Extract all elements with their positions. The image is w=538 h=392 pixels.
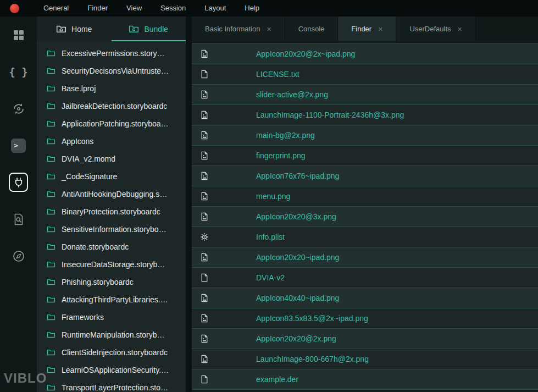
tree-folder-item[interactable]: Phishing.storyboardc — [37, 273, 186, 291]
tree-folder-item[interactable]: AttackingThirdPartyLibraries.… — [37, 291, 186, 308]
file-row[interactable]: AppIcon20x20@2x.png — [192, 328, 538, 349]
finder-rail-item-active[interactable] — [0, 164, 37, 201]
menu-general[interactable]: General — [34, 0, 78, 16]
tree-folder-item[interactable]: DVIA_v2.momd — [37, 150, 186, 168]
file-name: LaunchImage-1100-Portrait-2436h@3x.png — [256, 111, 404, 119]
file-row[interactable]: AppIcon20x20@3x.png — [192, 206, 538, 227]
file-name: slider-active@2x.png — [256, 90, 328, 99]
file-row[interactable]: menu.png — [192, 186, 538, 206]
tree-folder-item[interactable]: SensitiveInformation.storybo… — [37, 220, 186, 238]
file-row[interactable]: AppIcon40x40~ipad.png — [192, 288, 538, 308]
tab-home[interactable]: Home — [37, 16, 112, 41]
file-row[interactable]: AppIcon83.5x83.5@2x~ipad.png — [192, 308, 538, 328]
tab-finder[interactable]: Finder × — [338, 16, 396, 41]
braces-icon[interactable]: { } — [0, 53, 37, 90]
folder-icon — [47, 137, 56, 146]
close-icon[interactable]: × — [267, 25, 271, 33]
tree-folder-item[interactable]: LearniOSApplicationSecurity.… — [37, 361, 186, 379]
menu-help[interactable]: Help — [235, 0, 269, 16]
tree-folder-item[interactable]: InsecureDataStorage.storyb… — [37, 256, 186, 273]
folder-name: Base.lproj — [62, 84, 96, 93]
folder-icon — [47, 154, 56, 163]
close-icon[interactable]: × — [458, 25, 462, 33]
tree-tabs: Home Bundle — [37, 16, 186, 41]
sync-gear-icon[interactable] — [0, 90, 37, 127]
file-list: AppIcon20x20@2x~ipad.png LICENSE.txt sli… — [192, 41, 538, 390]
file-row[interactable]: AppIcon20x20@2x~ipad.png — [192, 43, 538, 64]
tree-folder-item[interactable]: Base.lproj — [37, 80, 186, 97]
menu-layout[interactable]: Layout — [195, 0, 235, 16]
tree-folder-item[interactable]: JailbreakDetection.storyboardc — [37, 97, 186, 115]
tree-folder-item[interactable]: ExcessivePermissions.story… — [37, 45, 186, 62]
tab-home-label: Home — [71, 25, 92, 34]
file-row[interactable]: AppIcon20x20~ipad.png — [192, 247, 538, 267]
folder-icon — [47, 348, 56, 357]
tab-label: Finder — [351, 25, 371, 33]
menu-view[interactable]: View — [117, 0, 151, 16]
file-row[interactable]: DVIA-v2 — [192, 267, 538, 288]
tab-label: Basic Information — [205, 25, 260, 33]
file-row[interactable]: LICENSE.txt — [192, 64, 538, 84]
menu-finder[interactable]: Finder — [78, 0, 117, 16]
tree-folder-item[interactable]: ApplicationPatching.storyboa… — [37, 115, 186, 132]
file-name: AppIcon20x20@2x~ipad.png — [256, 49, 355, 58]
file-row[interactable]: Info.plist — [192, 227, 538, 247]
tree-folder-item[interactable]: RuntimeManipulation.storyb… — [37, 326, 186, 344]
folder-name: InsecureDataStorage.storyb… — [62, 260, 165, 269]
file-name: AppIcon20x20~ipad.png — [256, 253, 339, 262]
dashboard-icon[interactable] — [0, 16, 37, 53]
file-row[interactable]: main-bg@2x.png — [192, 125, 538, 145]
file-icon — [200, 70, 209, 79]
panel-scrollbar-track[interactable] — [186, 16, 192, 392]
tree-folder-item[interactable]: SecurityDecisonsViaUntruste… — [37, 62, 186, 80]
folder-name: ApplicationPatching.storyboa… — [62, 119, 169, 128]
file-name: LaunchImage-800-667h@2x.png — [256, 355, 369, 363]
folder-icon — [47, 102, 56, 111]
folder-name: BinaryProtection.storyboardc — [62, 207, 160, 216]
folder-icon — [47, 207, 56, 216]
menu-items: General Finder View Session Layout Help — [34, 0, 269, 16]
folder-name: _CodeSignature — [62, 172, 117, 181]
folder-list: ExcessivePermissions.story… SecurityDeci… — [37, 41, 186, 392]
tree-folder-item[interactable]: TransportLayerProtection.sto… — [37, 379, 186, 392]
file-row[interactable]: slider-active@2x.png — [192, 84, 538, 104]
terminal-icon[interactable]: > — [0, 127, 37, 164]
app-logo-icon[interactable] — [10, 4, 19, 13]
tree-folder-item[interactable]: ClientSideInjection.storyboardc — [37, 344, 186, 361]
file-row[interactable]: LaunchImage-800-667h@2x.png — [192, 349, 538, 369]
tab-console[interactable]: Console — [285, 16, 339, 41]
tree-folder-item[interactable]: BinaryProtection.storyboardc — [37, 203, 186, 220]
image-file-icon — [200, 90, 209, 99]
tab-label: UserDefaults — [409, 25, 451, 33]
gear-file-icon — [200, 233, 209, 241]
image-file-icon — [200, 192, 209, 201]
file-row[interactable]: LaunchImage-1100-Portrait-2436h@3x.png — [192, 104, 538, 125]
file-row[interactable]: AppIcon76x76~ipad.png — [192, 165, 538, 186]
file-name: AppIcon40x40~ipad.png — [256, 294, 339, 302]
file-row[interactable]: fingerprint.png — [192, 145, 538, 165]
folder-name: DVIA_v2.momd — [62, 154, 115, 163]
tab-bundle[interactable]: Bundle — [112, 16, 186, 41]
folder-icon — [47, 313, 56, 322]
file-name: AppIcon76x76~ipad.png — [256, 172, 339, 180]
folder-name: AttackingThirdPartyLibraries.… — [62, 295, 168, 304]
tab-userdefaults[interactable]: UserDefaults × — [396, 16, 475, 41]
menu-session[interactable]: Session — [151, 0, 195, 16]
compass-icon[interactable] — [0, 238, 37, 274]
file-name: menu.png — [256, 192, 290, 201]
tree-folder-item[interactable]: Frameworks — [37, 308, 186, 326]
file-row[interactable]: example.der — [192, 369, 538, 389]
folder-icon — [47, 260, 56, 269]
file-icon — [200, 273, 209, 282]
folder-icon — [47, 119, 56, 128]
tree-folder-item[interactable]: Donate.storyboardc — [37, 238, 186, 256]
tree-folder-item[interactable]: _CodeSignature — [37, 168, 186, 185]
tab-basic-information[interactable]: Basic Information × — [192, 16, 285, 41]
menu-bar: General Finder View Session Layout Help — [0, 0, 538, 16]
tree-folder-item[interactable]: AppIcons — [37, 132, 186, 150]
file-search-icon[interactable] — [0, 201, 37, 238]
tree-folder-item[interactable]: AntiAntiHookingDebugging.s… — [37, 185, 186, 203]
close-icon[interactable]: × — [378, 25, 382, 33]
folder-name: LearniOSApplicationSecurity.… — [62, 366, 169, 374]
folder-name: RuntimeManipulation.storyb… — [62, 330, 165, 339]
